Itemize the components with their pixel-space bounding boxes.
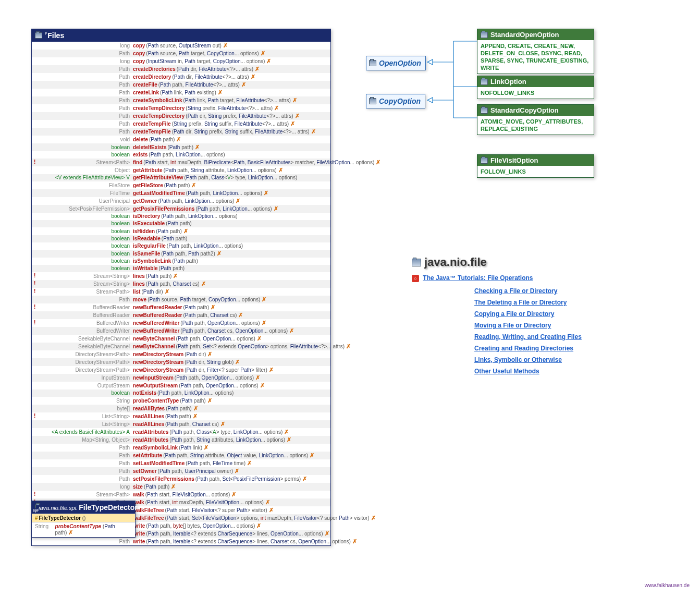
method-row: booleanisRegularFile(Path path, LinkOpti… xyxy=(32,242,330,250)
method-row: PathcreateDirectories(Path dir, FileAttr… xyxy=(32,65,330,73)
method-row: !Stream<Path>walk(Path start, FileVisitO… xyxy=(32,491,330,498)
folder-icon xyxy=(481,79,488,85)
method-row: PathcreateSymbolicLink(Path link, Path t… xyxy=(32,96,330,104)
method-row: PathsetOwner(Path path, UserPrincipal ow… xyxy=(32,467,330,475)
method-row: booleanisDirectory(Path path, LinkOption… xyxy=(32,213,330,220)
method-row: booleannotExists(Path path, LinkOption..… xyxy=(32,390,330,397)
method-row: !Stream<String>lines(Path path)✗ xyxy=(32,272,330,280)
tutorial-link[interactable]: Copying a File or Directory xyxy=(474,310,554,318)
method-row: List<String>readAllLines(Path path, Char… xyxy=(32,420,330,428)
tutorial-link[interactable]: The Deleting a File or Directory xyxy=(474,299,567,306)
method-row: !Stream<Path>find(Path start, int maxDep… xyxy=(32,159,330,166)
method-row: DirectoryStream<Path>newDirectoryStream(… xyxy=(32,350,330,358)
method-row: !BufferedReadernewBufferedReader(Path pa… xyxy=(32,303,330,311)
tutorial-link[interactable]: Moving a File or Directory xyxy=(474,322,551,329)
method-row: !Stream<String>lines(Path path, Charset … xyxy=(32,280,330,288)
filetypedetector-box: spi java.nio.file.spi.FileTypeDetector #… xyxy=(31,501,136,538)
method-row: PathsetAttribute(Path path, String attri… xyxy=(32,452,330,459)
files-super: F xyxy=(45,32,47,35)
method-row: !Stream<Path>list(Path dir)✗ xyxy=(32,288,330,296)
method-row: UserPrincipalgetOwner(Path path, LinkOpt… xyxy=(32,197,330,205)
folder-icon xyxy=(369,60,376,66)
svg-marker-7 xyxy=(427,59,433,65)
method-row: booleanisWritable(Path path) xyxy=(32,265,330,272)
openoption-interface: OpenOption xyxy=(366,56,426,70)
package-title: java.nio.file xyxy=(412,256,487,269)
method-row: longcopy(InputStream in, Path target, Co… xyxy=(32,57,330,65)
method-row: booleanisReadable(Path path) xyxy=(32,235,330,242)
method-row: !BufferedWriternewBufferedWriter(Path pa… xyxy=(32,319,330,327)
copyoption-interface: CopyOption xyxy=(366,94,425,108)
folder-icon xyxy=(481,32,488,38)
folder-icon: spi xyxy=(35,504,36,510)
method-row: PathcreateTempDirectory(String prefix, F… xyxy=(32,104,330,112)
method-row: Pathcopy(Path source, Path target, CopyO… xyxy=(32,50,330,57)
method-row: PathcreateFile(Path path, FileAttribute<… xyxy=(32,81,330,89)
method-row: PathsetLastModifiedTime(Path path, FileT… xyxy=(32,459,330,467)
footer-credit: www.falkhausen.de xyxy=(645,582,690,588)
folder-icon xyxy=(481,157,488,164)
tutorial-link[interactable]: Links, Symbolic or Otherwise xyxy=(474,356,562,363)
method-row: OutputStreamnewOutputStream(Path path, O… xyxy=(32,382,330,390)
files-methods-list: longcopy(Path source, OutputStream out)✗… xyxy=(32,42,330,545)
method-row: booleanisSymbolicLink(Path path) xyxy=(32,258,330,265)
files-class-header: FFiles xyxy=(32,29,330,42)
method-row: Pathmove(Path source, Path target, CopyO… xyxy=(32,296,330,303)
ftd-method: String probeContentType (Path path)✗ xyxy=(32,522,135,537)
method-row: SeekableByteChannelnewByteChannel(Path p… xyxy=(32,343,330,350)
method-row: PathreadSymbolicLink(Path link)✗ xyxy=(32,444,330,452)
tutorials-heading-link[interactable]: The Java™ Tutorials: File Operations xyxy=(423,274,533,282)
method-row: FileTimegetLastModifiedTime(Path path, L… xyxy=(32,189,330,197)
method-row: !List<String>readAllLines(Path path)✗ xyxy=(32,412,330,420)
tutorial-link[interactable]: Checking a File or Directory xyxy=(474,287,557,295)
folder-icon xyxy=(369,98,376,104)
method-row: ObjectgetAttribute(Path path, String att… xyxy=(32,166,330,174)
folder-icon xyxy=(412,259,421,266)
method-row: Pathwrite(Path path, Iterable<? extends … xyxy=(32,538,330,545)
method-row: SeekableByteChannelnewByteChannel(Path p… xyxy=(32,335,330,343)
tutorial-link[interactable]: Reading, Writing, and Creating Files xyxy=(474,333,582,340)
method-row: <V extends FileAttributeView> VgetFileAt… xyxy=(32,174,330,181)
method-row: booleanisExecutable(Path path) xyxy=(32,220,330,227)
method-row: voiddelete(Path path)✗ xyxy=(32,136,330,143)
method-row: Set<PosixFilePermission>getPosixFilePerm… xyxy=(32,205,330,213)
method-row: booleandeleteIfExists(Path path)✗ xyxy=(32,143,330,151)
method-row: PathcreateTempFile(Path dir, String pref… xyxy=(32,128,330,136)
folder-icon xyxy=(35,32,42,39)
folder-icon xyxy=(481,107,488,114)
method-row: DirectoryStream<Path>newDirectoryStream(… xyxy=(32,366,330,374)
tutorial-link[interactable]: Other Useful Methods xyxy=(474,368,539,375)
method-row: PathcreateDirectory(Path dir, FileAttrib… xyxy=(32,73,330,81)
method-row: longsize(Path path)✗ xyxy=(32,483,330,491)
ftd-constructor: #FileTypeDetector () xyxy=(32,514,135,522)
tutorials-heading: ○ The Java™ Tutorials: File Operations xyxy=(412,274,533,282)
method-row: booleanisSameFile(Path path, Path path2)… xyxy=(32,250,330,258)
files-class-box: FFiles longcopy(Path source, OutputStrea… xyxy=(31,29,331,546)
method-row: PathcreateTempDirectory(Path dir, String… xyxy=(32,112,330,120)
method-row: Map<String, Object>readAttributes(Path p… xyxy=(32,436,330,444)
svg-marker-8 xyxy=(427,98,433,103)
oracle-icon: ○ xyxy=(412,275,419,282)
filevisitoption-enum: FileVisitOption FOLLOW_LINKS xyxy=(477,154,594,178)
ftd-title: FileTypeDetector xyxy=(79,503,138,512)
linkoption-enum: LinkOption NOFOLLOW_LINKS xyxy=(477,76,594,99)
method-row: PathsetPosixFilePermissions(Path path, S… xyxy=(32,475,330,483)
ftd-header: spi java.nio.file.spi.FileTypeDetector xyxy=(32,501,135,514)
method-row: InputStreamnewInputStream(Path path, Ope… xyxy=(32,374,330,382)
standardopenoption-enum: StandardOpenOption APPEND, CREATE, CREAT… xyxy=(477,29,594,74)
method-row: PathcreateTempFile(String prefix, String… xyxy=(32,120,330,128)
method-row: PathcreateLink(Path link, Path existing)… xyxy=(32,89,330,96)
method-row: BufferedReadernewBufferedReader(Path pat… xyxy=(32,311,330,319)
method-row: booleanexists(Path path, LinkOption... o… xyxy=(32,151,330,159)
tutorial-link[interactable]: Creating and Reading Directories xyxy=(474,345,573,352)
method-row: <A extends BasicFileAttributes> AreadAtt… xyxy=(32,428,330,436)
method-row: BufferedWriternewBufferedWriter(Path pat… xyxy=(32,327,330,335)
standardcopyoption-enum: StandardCopyOption ATOMIC_MOVE, COPY_ATT… xyxy=(477,104,594,135)
method-row: DirectoryStream<Path>newDirectoryStream(… xyxy=(32,358,330,366)
ftd-pkg: java.nio.file.spi. xyxy=(39,505,78,511)
files-title: Files xyxy=(47,31,64,40)
method-row: byte[]readAllBytes(Path path)✗ xyxy=(32,405,330,412)
method-row: booleanisHidden(Path path)✗ xyxy=(32,227,330,235)
method-row: longcopy(Path source, OutputStream out)✗ xyxy=(32,42,330,50)
method-row: FileStoregetFileStore(Path path)✗ xyxy=(32,181,330,189)
